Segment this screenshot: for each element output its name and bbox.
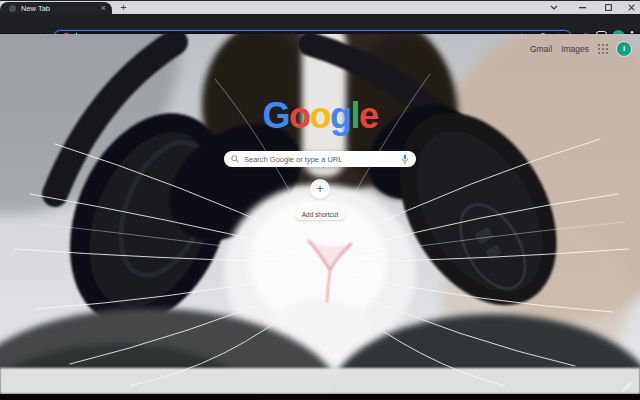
search-placeholder: Search Google or type a URL bbox=[244, 155, 342, 164]
tab-close-icon[interactable]: × bbox=[101, 4, 106, 13]
search-icon bbox=[231, 155, 239, 163]
browser-window: New Tab × + bbox=[0, 0, 640, 400]
toolbar: I bbox=[0, 14, 640, 34]
new-tab-button[interactable]: + bbox=[117, 1, 130, 14]
plus-icon: + bbox=[316, 182, 323, 196]
tab-title: New Tab bbox=[21, 4, 50, 13]
tab-favicon-icon bbox=[9, 5, 16, 12]
gmail-link[interactable]: Gmail bbox=[530, 44, 552, 54]
add-shortcut-label[interactable]: Add shortcut bbox=[295, 209, 346, 220]
new-tab-page: Gmail Images I Google Search Google or t… bbox=[0, 34, 640, 394]
ntp-header: Gmail Images I bbox=[530, 42, 631, 56]
titlebar: New Tab × + bbox=[0, 0, 640, 14]
ntp-profile-avatar[interactable]: I bbox=[617, 42, 631, 56]
maximize-button[interactable] bbox=[602, 1, 615, 14]
minimize-button[interactable] bbox=[576, 1, 589, 14]
google-apps-icon[interactable] bbox=[598, 44, 608, 54]
add-shortcut-button[interactable]: + bbox=[310, 179, 330, 199]
logo-letter: G bbox=[262, 96, 289, 136]
tab-search-chevron-icon[interactable] bbox=[547, 1, 560, 14]
logo-letter: o bbox=[309, 96, 330, 136]
logo-letter: o bbox=[289, 96, 310, 136]
images-link[interactable]: Images bbox=[561, 44, 589, 54]
logo-letter: e bbox=[359, 96, 378, 136]
close-window-button[interactable] bbox=[625, 1, 638, 14]
bottom-black-bar bbox=[0, 394, 640, 400]
logo-letter: g bbox=[330, 96, 351, 136]
add-shortcut-label-wrap: Add shortcut bbox=[0, 203, 640, 221]
customize-chrome-button[interactable] bbox=[620, 380, 633, 393]
microphone-icon[interactable] bbox=[401, 154, 409, 164]
pencil-icon bbox=[620, 381, 633, 394]
logo-letter: l bbox=[350, 96, 359, 136]
google-logo: Google bbox=[0, 96, 640, 136]
ntp-search-bar[interactable]: Search Google or type a URL bbox=[224, 151, 416, 167]
